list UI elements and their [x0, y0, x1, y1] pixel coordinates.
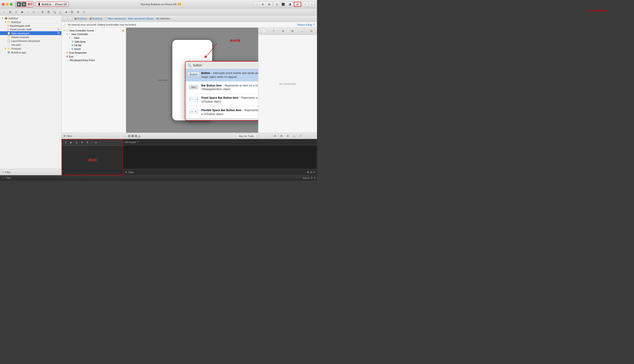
inspector-footer-icon2[interactable]: ⊞ — [279, 134, 284, 138]
outline-vc-scene[interactable]: ▼ ⬡ View Controller Scene — [62, 28, 126, 32]
outline-firstresponder[interactable]: ⊛ First Responder — [62, 51, 126, 54]
flexible-space-title: Flexible Space Bar Button Item – Represe… — [201, 108, 258, 116]
report-bug-button[interactable]: Report a Bug ↗ — [297, 23, 315, 26]
bc-mainstoryboard[interactable]: Main.storyboard — [108, 17, 126, 20]
sidebar-item-infoplist[interactable]: 📄 Info.plist — [0, 43, 61, 47]
forward-button[interactable]: › — [68, 16, 72, 20]
add-constraint-icon[interactable]: ⊡ — [128, 134, 130, 138]
layout-icon[interactable]: ⊟ — [135, 134, 137, 138]
breakpoints-icon[interactable]: ⬡ — [81, 10, 86, 14]
version-editor-button[interactable]: ⊞ — [266, 2, 272, 7]
button-item-text: Button – Intercepts touch events and sen… — [201, 71, 258, 79]
sidebar-item-assets[interactable]: 📁 Assets.xcassets — [0, 35, 61, 39]
filter-icon[interactable]: 𝌇 — [46, 10, 51, 14]
debug-toolbar-icon3[interactable]: ⏸ — [74, 140, 79, 145]
organize-icon[interactable]: ⊞ — [8, 10, 13, 14]
align-icon[interactable]: ⊞ — [131, 134, 134, 138]
bc-bullseye[interactable]: BullsEye — [78, 17, 87, 20]
debug-toolbar-icon6[interactable]: ⊕ — [94, 140, 98, 145]
right-panel-button[interactable]: ◨ — [286, 2, 293, 7]
misc-icon[interactable]: ◈ — [64, 10, 68, 14]
issue-icon[interactable]: △ — [58, 10, 63, 14]
run-button[interactable]: ▶ — [17, 2, 21, 6]
sidebar-item-viewcontroller[interactable]: S ViewController.swift M — [0, 28, 61, 31]
inspector-footer-icon1[interactable]: ⊕ — [272, 134, 278, 138]
toolbar-divider — [38, 10, 38, 14]
warning-icon[interactable]: ⚠ — [14, 10, 18, 14]
stop-button[interactable]: ■ — [22, 2, 26, 6]
breakpoint-icon[interactable]: ◆ — [20, 10, 24, 14]
expand-icon: ▼ — [64, 30, 65, 32]
status-icon1[interactable]: 👁 — [311, 177, 313, 179]
sidebar-item-bullseye-group[interactable]: ▼ 📁 BullsEye — [0, 20, 61, 24]
attributes-inspector-tab[interactable]: ⊞ — [290, 29, 295, 34]
back-button[interactable]: ‹ — [64, 16, 68, 20]
file-inspector-tab[interactable]: 📄 — [261, 29, 267, 34]
sidebar-item-bullseye-root[interactable]: ▼ 📦 BullsEye — [0, 16, 61, 20]
sidebar-item-launchscreen[interactable]: 📋 LaunchScreen.storyboard — [0, 39, 61, 43]
status-icon2[interactable]: ℹ — [314, 177, 315, 179]
add-button[interactable]: ＋ — [2, 10, 7, 14]
identity-inspector-tab[interactable]: ⊕ — [280, 29, 286, 34]
connections-inspector-tab[interactable]: ⊡ — [308, 29, 314, 34]
swift-icon: S — [7, 24, 9, 27]
outline-safearea[interactable]: ⊞ Safe Area — [62, 40, 126, 44]
scm-icon[interactable]: ⊕ — [76, 10, 80, 14]
debug-toolbar-icon2[interactable]: ▶ — [69, 140, 73, 145]
assistant-editor-button[interactable]: ⧉ — [260, 2, 266, 7]
debug-toolbar-icon4[interactable]: ⬆ — [80, 140, 84, 145]
trash-icon[interactable]: 🗑 — [307, 171, 309, 174]
sidebar-item-app[interactable]: ⚙️ BullsEye.app — [0, 50, 61, 54]
split-view-icon1[interactable]: ⊞ — [310, 171, 312, 174]
debug-toolbar: ⬇ ▶ ⏸ ⬆ ⬇ ⊕ — [62, 140, 123, 146]
outline-view[interactable]: ▼ □ View — [62, 36, 126, 40]
minimize-button[interactable] — [6, 3, 8, 6]
inspector-footer-icon4[interactable]: △ — [292, 134, 296, 138]
library-search-bar: 🔍 ✕ ⊞ — [186, 62, 258, 69]
output-dropdown[interactable]: ▾ — [137, 140, 138, 144]
search-icon[interactable]: 🔍 — [52, 10, 57, 14]
vary-traits-button[interactable]: Vary for Traits — [236, 134, 256, 138]
outline-hitme[interactable]: B Hit Me — [62, 44, 126, 47]
standard-editor-button[interactable]: ⬜ — [253, 2, 260, 7]
run-scheme-icon[interactable]: ⬡ — [31, 10, 36, 14]
library-item-flexible-space[interactable]: Flexible Space Bar Button Item – Represe… — [186, 106, 258, 118]
add-filter-icon[interactable]: ＋ — [2, 170, 4, 174]
bottom-panel-button[interactable]: ⬛ — [280, 2, 286, 7]
library-search-input[interactable] — [193, 64, 258, 67]
run-controls: ▶ ■ 运行 — [16, 1, 34, 7]
status-filter-label: Filter — [6, 177, 11, 179]
link-icon[interactable]: ⛓ — [70, 10, 74, 14]
bc-mainstoryboard-base[interactable]: Main.storyboard (Base) — [128, 17, 154, 20]
back-nav-button[interactable]: ‹ — [302, 2, 308, 7]
status-add-button[interactable]: ＋ — [2, 176, 4, 180]
panel-buttons: ◫ ⬛ ◨ — [274, 2, 293, 7]
sidebar-item-products[interactable]: ▼ 📁 Products — [0, 47, 61, 50]
outline-entry-point[interactable]: → Storyboard Entry Point — [62, 58, 126, 62]
library-item-bar-button[interactable]: Item Bar Button Item – Represents an ite… — [186, 82, 258, 94]
library-item-button[interactable]: Button Button – Intercepts touch events … — [186, 69, 258, 82]
environment-icon[interactable]: ○ — [25, 10, 30, 14]
library-button[interactable]: ⊞ — [294, 2, 301, 7]
outline-knock[interactable]: B knock — [62, 47, 126, 51]
quick-help-tab[interactable]: ? — [270, 29, 276, 34]
bc-bullseye2[interactable]: BullsEye — [92, 17, 102, 20]
maximize-button[interactable] — [10, 3, 13, 6]
size-inspector-tab[interactable]: ↕ — [299, 29, 305, 34]
forward-nav-button[interactable]: › — [308, 2, 315, 7]
sidebar-item-appdelegate[interactable]: S AppDelegate.swift — [0, 24, 61, 28]
outline-vc[interactable]: ▼ □ View Controller — [62, 32, 126, 36]
outline-exit[interactable]: ⊠ Exit — [62, 54, 126, 58]
scheme-selector[interactable]: 📱 BullsEye › iPhone XR — [36, 2, 69, 6]
library-item-fixed-space[interactable]: Fixed Space Bar Button Item – Represents… — [186, 94, 258, 106]
split-view-icon2[interactable]: ⊟ — [313, 171, 315, 174]
left-panel-button[interactable]: ◫ — [274, 2, 280, 7]
resolve-icon[interactable]: △ — [138, 134, 140, 138]
debug-toolbar-icon1[interactable]: ⬇ — [64, 140, 68, 145]
sidebar-item-mainstoryboard[interactable]: 📋 Main.storyboard M — [0, 31, 61, 35]
grid-view-icon[interactable]: ⊞ — [40, 10, 45, 14]
inspector-footer-icon5[interactable]: ▽ — [298, 134, 303, 138]
inspector-footer-icon3[interactable]: ⊟ — [285, 134, 290, 138]
close-button[interactable] — [2, 3, 4, 6]
debug-toolbar-icon5[interactable]: ⬇ — [85, 140, 90, 145]
